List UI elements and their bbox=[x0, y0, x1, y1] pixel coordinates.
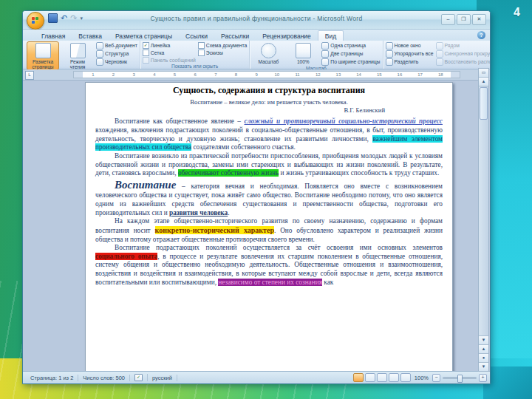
tab-view[interactable]: Вид bbox=[318, 30, 344, 41]
maximize-button[interactable]: ❐ bbox=[457, 14, 471, 25]
new-window-button[interactable]: Новое окно bbox=[386, 42, 434, 50]
paragraph: Воспитание – категория вечная и необходи… bbox=[95, 178, 443, 218]
page-indicator-label: Страница: 1 из 2 bbox=[30, 375, 73, 381]
previous-page-icon[interactable]: ▲ bbox=[479, 344, 488, 353]
thumbnails-checkbox-icon bbox=[198, 50, 205, 56]
ruler-number: 8 bbox=[226, 72, 247, 78]
zoom-out-button[interactable]: − bbox=[432, 374, 440, 382]
minimize-button[interactable]: – bbox=[441, 14, 455, 25]
web-layout-button[interactable]: Веб-документ bbox=[96, 42, 137, 50]
epigraph-line: Воспитание – великое дело: им решается у… bbox=[95, 98, 443, 106]
document-page[interactable]: Сущность, содержания и структура воспита… bbox=[85, 82, 453, 371]
two-pages-icon bbox=[321, 50, 329, 58]
paragraph: На каждом этапе общественно-историческог… bbox=[95, 217, 443, 244]
zoom-label: Масштаб bbox=[258, 59, 279, 64]
tab-review[interactable]: Рецензирование bbox=[256, 31, 318, 41]
window-controls: – ❐ ✕ bbox=[441, 14, 486, 25]
ribbon-group-show-hide: ✓ЛинейкаСеткаПанель сообщенийСхема докум… bbox=[140, 41, 250, 69]
full-screen-reading-button[interactable]: Режим чтения bbox=[61, 41, 94, 70]
view-side-by-side-button: Рядом bbox=[436, 42, 491, 50]
web-layout-label: Веб-документ bbox=[105, 43, 137, 49]
page-width-button[interactable]: По ширине страницы bbox=[321, 58, 380, 66]
window-title: Сущность правил и правильной функциональ… bbox=[23, 15, 490, 22]
scroll-down-icon[interactable]: ▼ bbox=[479, 335, 488, 344]
message-bar-checkbox-icon bbox=[143, 57, 149, 64]
gridlines-checkbox[interactable]: Сетка bbox=[143, 50, 196, 56]
page-indicator[interactable]: Страница: 1 из 2 bbox=[26, 375, 78, 381]
text-run: как bbox=[322, 279, 333, 286]
zoom-slider[interactable] bbox=[443, 377, 477, 379]
draft-view-button[interactable] bbox=[400, 373, 411, 382]
split-button[interactable]: Разделить bbox=[386, 58, 434, 66]
text-run: Воспитание bbox=[115, 179, 176, 191]
zoom-button[interactable]: Масштаб bbox=[252, 41, 284, 65]
outline-view-button[interactable]: Структура bbox=[96, 50, 137, 58]
zoom-100-icon bbox=[296, 43, 311, 58]
web-layout-view-button[interactable] bbox=[377, 373, 387, 382]
proofing-status[interactable]: ✓ bbox=[130, 374, 148, 381]
ruler-label: Линейка bbox=[151, 42, 171, 49]
ribbon-group-document-views: Разметка страницыРежим чтенияВеб-докумен… bbox=[24, 41, 140, 69]
ruler-checkbox[interactable]: ✓Линейка bbox=[143, 42, 196, 49]
ruler-number: 2 bbox=[103, 72, 124, 78]
tab-page-layout[interactable]: Разметка страницы bbox=[109, 31, 179, 41]
thumbnails-checkbox[interactable]: Эскизы bbox=[198, 50, 248, 56]
synchronous-scrolling-label: Синхронная прокрутка bbox=[445, 51, 491, 57]
presentation-slide: 4 ↶ ↷ ▾ Сущность правил и правильной фун… bbox=[0, 0, 532, 399]
outline-view-button[interactable] bbox=[389, 373, 399, 382]
ruler-number: 4 bbox=[144, 72, 165, 78]
thumbnails-label: Эскизы bbox=[206, 50, 223, 56]
select-browse-object-icon[interactable]: ● bbox=[479, 353, 488, 362]
slide-number: 4 bbox=[514, 6, 520, 19]
split-icon bbox=[386, 58, 393, 66]
language[interactable]: русский bbox=[148, 375, 177, 381]
ruler-number: 13 bbox=[328, 72, 349, 78]
paragraph: Воспитание подрастающих поколений осущес… bbox=[95, 244, 443, 287]
title-bar[interactable]: ↶ ↷ ▾ Сущность правил и правильной функц… bbox=[23, 11, 490, 30]
word-count[interactable]: Число слов: 500 bbox=[78, 375, 130, 381]
ruler-right-margin[interactable] bbox=[451, 72, 460, 78]
help-icon[interactable]: ? bbox=[477, 31, 485, 39]
ruler-number: 16 bbox=[389, 72, 410, 78]
full-screen-reading-view-button[interactable] bbox=[365, 373, 375, 382]
reset-window-position-icon bbox=[436, 58, 443, 66]
zoom-slider-thumb[interactable] bbox=[457, 375, 463, 383]
one-page-button[interactable]: Одна страница bbox=[321, 42, 380, 50]
tab-insert[interactable]: Вставка bbox=[72, 31, 109, 41]
next-page-icon[interactable]: ▼ bbox=[479, 362, 488, 371]
zoom-in-button[interactable]: + bbox=[479, 374, 487, 382]
arrange-all-button[interactable]: Упорядочить все bbox=[386, 50, 434, 58]
print-layout-button[interactable]: Разметка страницы bbox=[27, 41, 59, 70]
ruler-number: 18 bbox=[430, 72, 451, 78]
new-window-icon bbox=[386, 42, 393, 50]
ruler-toggle-button[interactable]: ▭ bbox=[479, 69, 488, 78]
zoom-100-button[interactable]: 100% bbox=[287, 41, 319, 65]
ruler-number: 10 bbox=[267, 72, 287, 78]
document-area: Сущность, содержания и структура воспита… bbox=[23, 81, 490, 371]
scrollbar-thumb[interactable] bbox=[480, 87, 488, 120]
page-width-label: По ширине страницы bbox=[330, 59, 380, 65]
word-count-label: Число слов: 500 bbox=[83, 375, 125, 381]
view-shortcuts bbox=[353, 373, 411, 382]
scroll-up-icon[interactable]: ▲ bbox=[479, 78, 488, 86]
epigraph-author: В.Г. Белинский bbox=[95, 106, 443, 115]
text-run: развития человека bbox=[169, 209, 228, 216]
print-layout-view-button[interactable] bbox=[353, 373, 364, 382]
tab-selector[interactable]: L bbox=[25, 71, 34, 80]
tab-home[interactable]: Главная bbox=[35, 31, 72, 41]
scrollbar-track[interactable] bbox=[479, 120, 488, 335]
close-button[interactable]: ✕ bbox=[472, 14, 486, 25]
document-body: Воспитание как общественное явление – сл… bbox=[95, 117, 443, 287]
draft-view-button[interactable]: Черновик bbox=[96, 58, 137, 66]
synchronous-scrolling-button: Синхронная прокрутка bbox=[436, 50, 491, 58]
document-map-checkbox[interactable]: Схема документа bbox=[198, 42, 248, 49]
text-run: Воспитание как общественное явление – bbox=[115, 117, 245, 125]
zoom-level[interactable]: 100% bbox=[415, 375, 429, 381]
tab-references[interactable]: Ссылки bbox=[179, 31, 214, 41]
two-pages-button[interactable]: Две страницы bbox=[321, 50, 380, 58]
view-side-by-side-icon bbox=[436, 42, 443, 50]
tab-mailings[interactable]: Рассылки bbox=[214, 31, 256, 41]
arrange-all-label: Упорядочить все bbox=[395, 51, 434, 57]
vertical-scrollbar[interactable]: ▭ ▲ ▼ ▲ ● ▼ bbox=[478, 68, 489, 372]
ruler-left-margin[interactable] bbox=[74, 72, 83, 78]
